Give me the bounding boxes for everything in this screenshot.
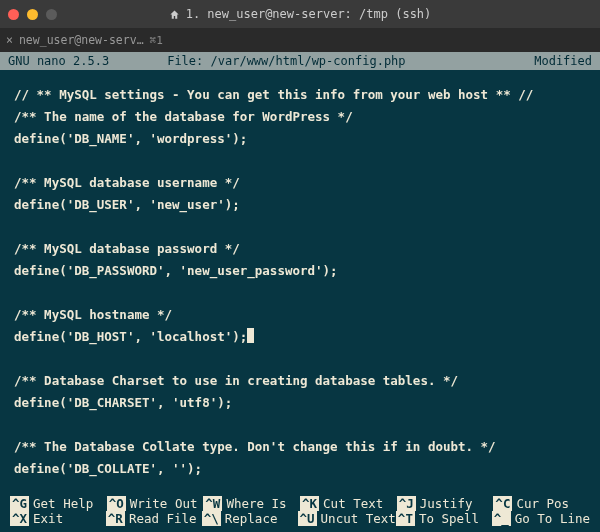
shortcut-item[interactable]: ^KCut Text xyxy=(300,496,397,511)
shortcut-key: ^R xyxy=(106,511,125,526)
editor-line: define('DB_COLLATE', ''); xyxy=(14,458,586,480)
editor-line: /** MySQL database username */ xyxy=(14,172,586,194)
shortcut-key: ^\ xyxy=(202,511,221,526)
tab-bar: × new_user@new-serv… ⌘1 xyxy=(0,28,600,52)
shortcut-row: ^GGet Help^OWrite Out^WWhere Is^KCut Tex… xyxy=(10,496,590,511)
editor-line xyxy=(14,282,586,304)
editor-line: define('DB_USER', 'new_user'); xyxy=(14,194,586,216)
editor-line xyxy=(14,414,586,436)
window-title-text: 1. new_user@new-server: /tmp (ssh) xyxy=(186,7,432,21)
editor-line: define('DB_CHARSET', 'utf8'); xyxy=(14,392,586,414)
shortcut-item[interactable]: ^\Replace xyxy=(202,511,298,526)
shortcut-label: Justify xyxy=(420,496,473,511)
shortcut-item[interactable]: ^XExit xyxy=(10,511,106,526)
shortcut-label: Uncut Text xyxy=(321,511,396,526)
window-titlebar: 1. new_user@new-server: /tmp (ssh) xyxy=(0,0,600,28)
tab-session-1[interactable]: × new_user@new-serv… ⌘1 xyxy=(6,33,163,47)
editor-line xyxy=(14,150,586,172)
editor-line: /** MySQL hostname */ xyxy=(14,304,586,326)
nano-version: GNU nano 2.5.3 xyxy=(8,54,109,68)
shortcut-key: ^G xyxy=(10,496,29,511)
editor-line: /** MySQL database password */ xyxy=(14,238,586,260)
shortcut-item[interactable]: ^_Go To Line xyxy=(492,511,590,526)
shortcut-item[interactable]: ^CCur Pos xyxy=(493,496,590,511)
shortcut-key: ^T xyxy=(396,511,415,526)
editor-line: // ** MySQL settings - You can get this … xyxy=(14,84,586,106)
window-title: 1. new_user@new-server: /tmp (ssh) xyxy=(0,7,600,21)
shortcut-item[interactable]: ^RRead File xyxy=(106,511,202,526)
shortcut-item[interactable]: ^GGet Help xyxy=(10,496,107,511)
editor-line: /** The Database Collate type. Don't cha… xyxy=(14,436,586,458)
terminal-area[interactable]: GNU nano 2.5.3 File: /var/www/html/wp-co… xyxy=(0,52,600,532)
shortcut-label: Replace xyxy=(225,511,278,526)
shortcut-label: To Spell xyxy=(419,511,479,526)
editor-line: define('DB_HOST', 'localhost'); xyxy=(14,326,586,348)
shortcut-item[interactable]: ^WWhere Is xyxy=(203,496,300,511)
shortcut-key: ^X xyxy=(10,511,29,526)
editor-line: /** Database Charset to use in creating … xyxy=(14,370,586,392)
shortcut-label: Go To Line xyxy=(515,511,590,526)
shortcut-key: ^J xyxy=(397,496,416,511)
editor-line: define('DB_PASSWORD', 'new_user_password… xyxy=(14,260,586,282)
shortcut-label: Exit xyxy=(33,511,63,526)
shortcut-label: Cut Text xyxy=(323,496,383,511)
nano-shortcut-bar: ^GGet Help^OWrite Out^WWhere Is^KCut Tex… xyxy=(0,496,600,532)
shortcut-row: ^XExit^RRead File^\Replace^UUncut Text^T… xyxy=(10,511,590,526)
shortcut-key: ^O xyxy=(107,496,126,511)
shortcut-key: ^_ xyxy=(492,511,511,526)
shortcut-key: ^U xyxy=(298,511,317,526)
shortcut-label: Write Out xyxy=(130,496,198,511)
shortcut-label: Read File xyxy=(129,511,197,526)
shortcut-label: Get Help xyxy=(33,496,93,511)
editor-line xyxy=(14,216,586,238)
shortcut-label: Cur Pos xyxy=(516,496,569,511)
shortcut-key: ^W xyxy=(203,496,222,511)
shortcut-label: Where Is xyxy=(226,496,286,511)
shortcut-item[interactable]: ^JJustify xyxy=(397,496,494,511)
text-cursor xyxy=(247,328,254,343)
editor-line: /** The name of the database for WordPre… xyxy=(14,106,586,128)
editor-content[interactable]: // ** MySQL settings - You can get this … xyxy=(0,70,600,480)
nano-modified-flag: Modified xyxy=(534,54,592,68)
editor-line: define('DB_NAME', 'wordpress'); xyxy=(14,128,586,150)
shortcut-item[interactable]: ^OWrite Out xyxy=(107,496,204,511)
editor-line xyxy=(14,348,586,370)
nano-file-path: File: /var/www/html/wp-config.php xyxy=(167,54,405,68)
shortcut-key: ^C xyxy=(493,496,512,511)
tab-label: new_user@new-serv… xyxy=(19,33,144,47)
shortcut-key: ^K xyxy=(300,496,319,511)
tab-shortcut: ⌘1 xyxy=(150,34,163,47)
shortcut-item[interactable]: ^TTo Spell xyxy=(396,511,492,526)
shortcut-item[interactable]: ^UUncut Text xyxy=(298,511,396,526)
nano-status-bar: GNU nano 2.5.3 File: /var/www/html/wp-co… xyxy=(0,52,600,70)
close-icon[interactable]: × xyxy=(6,33,13,47)
home-icon xyxy=(169,9,180,20)
